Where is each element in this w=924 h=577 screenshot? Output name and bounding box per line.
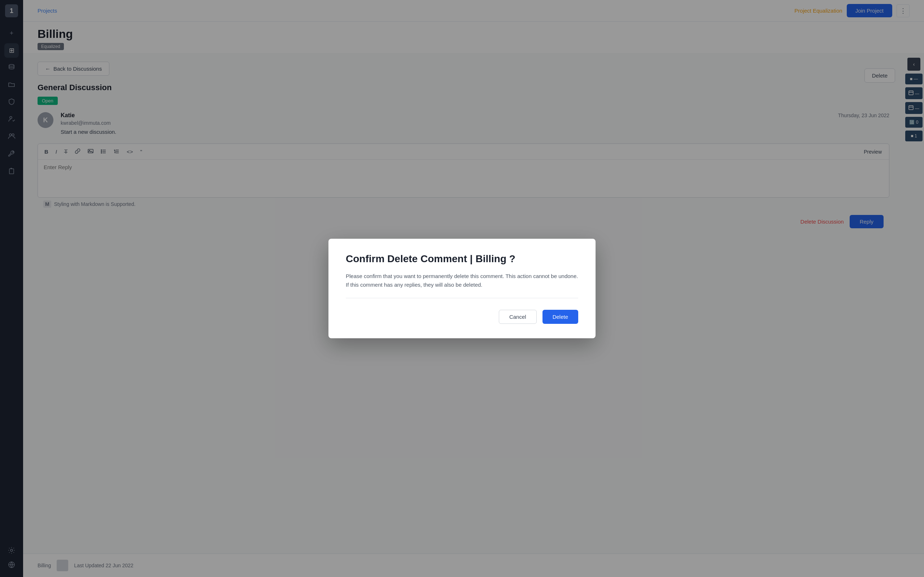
modal-body: Please confirm that you want to permanen…	[346, 272, 578, 298]
modal-actions: Cancel Delete	[346, 310, 578, 324]
modal-cancel-button[interactable]: Cancel	[499, 310, 537, 324]
modal-overlay: Confirm Delete Comment | Billing ? Pleas…	[0, 0, 924, 577]
confirm-delete-modal: Confirm Delete Comment | Billing ? Pleas…	[328, 239, 596, 338]
modal-title: Confirm Delete Comment | Billing ?	[346, 253, 578, 265]
modal-delete-button[interactable]: Delete	[543, 310, 578, 324]
